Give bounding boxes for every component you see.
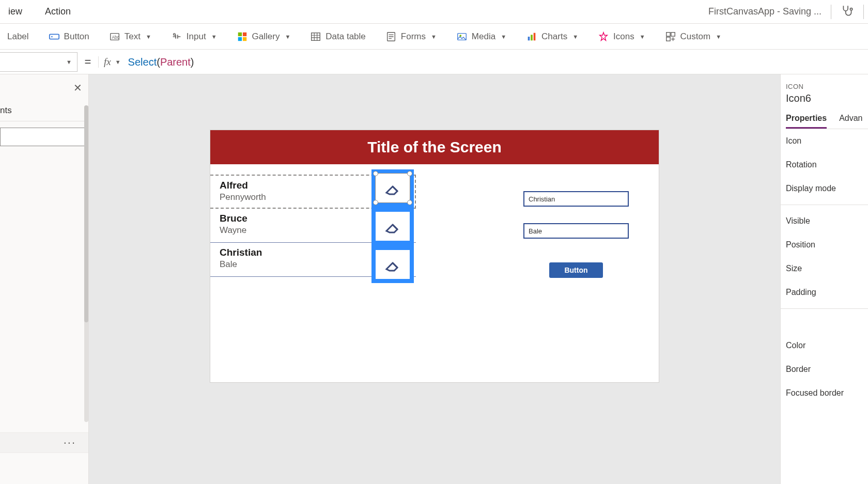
- tree-scroll-thumb[interactable]: [84, 105, 88, 322]
- svg-rect-8: [238, 37, 241, 40]
- tab-properties[interactable]: Properties: [786, 114, 827, 129]
- fx-box[interactable]: fx ▼: [98, 56, 121, 68]
- label-text: Label: [7, 32, 29, 42]
- chevron-down-icon: ▼: [115, 59, 121, 65]
- insert-gallery[interactable]: Gallery ▼: [233, 29, 295, 44]
- input-text: Input: [187, 32, 206, 42]
- chevron-down-icon: ▼: [716, 34, 721, 40]
- chevron-down-icon: ▼: [501, 34, 506, 40]
- svg-rect-18: [671, 32, 674, 36]
- chevron-down-icon: ▼: [211, 34, 217, 40]
- charts-icon: [526, 31, 537, 42]
- selection-handle[interactable]: [373, 200, 378, 205]
- svg-rect-6: [238, 32, 241, 36]
- formula-open: (: [157, 56, 160, 68]
- charts-text: Charts: [541, 32, 567, 42]
- icons-icon: [598, 31, 609, 42]
- insert-data-table[interactable]: Data table: [306, 29, 370, 44]
- tab-advanced[interactable]: Advan: [839, 114, 862, 129]
- eraser-icon[interactable]: [376, 250, 410, 279]
- canvas-area[interactable]: Title of the Screen Alfred Pennyworth Br…: [89, 74, 780, 484]
- insert-forms[interactable]: Forms ▼: [381, 29, 441, 44]
- selection-handle[interactable]: [373, 171, 378, 176]
- selection-handle[interactable]: [407, 171, 412, 176]
- chevron-down-icon: ▼: [431, 34, 437, 40]
- close-icon[interactable]: ✕: [73, 82, 82, 94]
- insert-custom[interactable]: Custom ▼: [661, 29, 725, 44]
- text-input-last-name[interactable]: Bale: [523, 223, 629, 239]
- data-table-text: Data table: [326, 32, 366, 42]
- app-canvas[interactable]: Title of the Screen Alfred Pennyworth Br…: [210, 130, 659, 382]
- insert-charts[interactable]: Charts ▼: [522, 29, 582, 44]
- submit-button[interactable]: Button: [549, 262, 603, 278]
- insert-media[interactable]: Media ▼: [452, 29, 510, 44]
- control-name[interactable]: Icon6: [786, 92, 868, 104]
- chevron-down-icon: ▼: [640, 34, 645, 40]
- prop-size[interactable]: Size: [786, 257, 868, 280]
- icons-text: Icons: [613, 32, 634, 42]
- tree-view-panel: ✕ nts ···: [0, 74, 89, 484]
- svg-rect-15: [531, 35, 533, 40]
- formula-fn: Select: [128, 56, 157, 68]
- prop-color[interactable]: Color: [786, 334, 868, 357]
- menu-action[interactable]: Action: [41, 4, 75, 19]
- prop-padding[interactable]: Padding: [786, 280, 868, 304]
- text-input-first-name[interactable]: Christian: [523, 191, 629, 207]
- chevron-down-icon: ▼: [572, 34, 578, 40]
- tree-scrollbar[interactable]: [84, 105, 88, 422]
- svg-rect-9: [242, 37, 246, 40]
- separator: [781, 308, 868, 309]
- prop-visible[interactable]: Visible: [786, 209, 868, 233]
- prop-focused-border[interactable]: Focused border: [786, 381, 868, 405]
- prop-position[interactable]: Position: [786, 233, 868, 257]
- eraser-icon[interactable]: [376, 174, 410, 202]
- properties-tabs: Properties Advan: [786, 114, 868, 129]
- annotation-highlight: [371, 169, 414, 283]
- svg-point-2: [51, 36, 53, 37]
- media-icon: [456, 31, 468, 42]
- formula-close: ): [191, 56, 194, 68]
- svg-point-5: [173, 33, 175, 35]
- spacer: [786, 313, 868, 334]
- svg-point-0: [850, 8, 852, 10]
- svg-rect-7: [242, 32, 246, 36]
- app-title: FirstCanvasApp - Saving ...: [708, 6, 822, 17]
- insert-input[interactable]: Input ▼: [167, 29, 221, 44]
- svg-rect-19: [666, 37, 670, 40]
- prop-rotation[interactable]: Rotation: [786, 153, 868, 177]
- main: ✕ nts ··· Title of the Screen Alfred Pen…: [0, 74, 868, 484]
- eraser-icon[interactable]: [376, 212, 410, 241]
- equals-sign: =: [78, 55, 98, 69]
- svg-rect-10: [312, 33, 320, 40]
- formula-input[interactable]: Select(Parent): [121, 56, 868, 68]
- prop-icon[interactable]: Icon: [786, 129, 868, 153]
- prop-display-mode[interactable]: Display mode: [786, 177, 868, 200]
- tree-item-more[interactable]: ···: [0, 432, 88, 453]
- selection-handle[interactable]: [407, 200, 412, 205]
- separator: [781, 205, 868, 205]
- tree-tab-components[interactable]: nts: [0, 101, 88, 121]
- divider: [863, 5, 864, 19]
- tree-footer: [0, 453, 88, 484]
- control-type: ICON: [786, 83, 868, 90]
- screen-title[interactable]: Title of the Screen: [210, 130, 659, 164]
- insert-label[interactable]: Label: [3, 29, 33, 44]
- properties-panel: ICON Icon6 Properties Advan Icon Rotatio…: [780, 74, 868, 484]
- insert-button[interactable]: Button: [44, 29, 94, 44]
- app-checker-icon[interactable]: [841, 4, 854, 20]
- svg-rect-17: [666, 32, 670, 36]
- forms-text: Forms: [401, 32, 426, 42]
- menubar: iew Action FirstCanvasApp - Saving ...: [0, 0, 868, 24]
- chevron-down-icon: ▼: [146, 34, 151, 40]
- prop-border[interactable]: Border: [786, 357, 868, 381]
- menubar-left: iew Action: [4, 4, 75, 19]
- property-dropdown[interactable]: ▼: [0, 52, 78, 72]
- menu-view[interactable]: iew: [4, 4, 26, 19]
- tree-search-input[interactable]: [0, 128, 85, 146]
- svg-rect-14: [528, 37, 530, 40]
- button-icon: [49, 31, 60, 42]
- insert-text[interactable]: Abc Text ▼: [105, 29, 156, 44]
- gallery-icon: [237, 31, 248, 42]
- insert-icons[interactable]: Icons ▼: [594, 29, 649, 44]
- formula-bar: ▼ = fx ▼ Select(Parent): [0, 50, 868, 74]
